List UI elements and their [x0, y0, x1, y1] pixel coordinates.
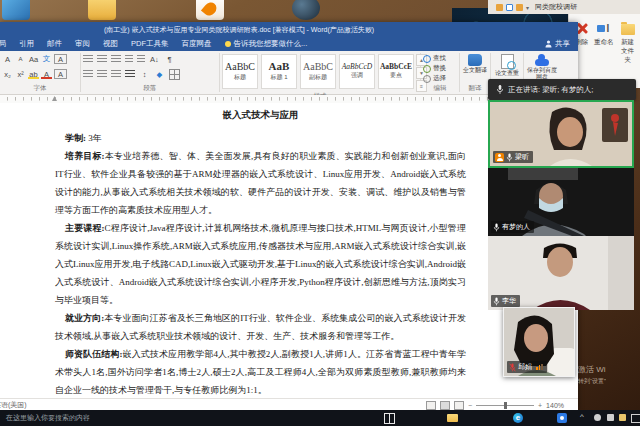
- decrease-indent-icon[interactable]: [125, 55, 133, 63]
- tray-display-icon[interactable]: [631, 414, 640, 423]
- paragraph-text: 本专业面向江苏省及长三角地区的IT行业、软件企业、系统集成公司的嵌入式系统设计开…: [55, 313, 466, 341]
- meeting-app-icon[interactable]: [557, 413, 567, 423]
- word-titlebar[interactable]: (南工业) 嵌入式技术与应用专业同类院校调研附表.doc [兼容模式] - Wo…: [0, 22, 578, 37]
- read-mode-icon[interactable]: [426, 401, 436, 410]
- save-to-baidu-button[interactable]: 保存到百度网盘: [526, 54, 558, 81]
- style-card-title[interactable]: AaBbC 标题: [222, 54, 258, 89]
- shading-icon[interactable]: ◆: [154, 69, 165, 79]
- share-button[interactable]: 共享: [545, 39, 570, 49]
- paragraph-label: 主要课程:: [65, 223, 105, 233]
- align-right-icon[interactable]: [111, 70, 121, 78]
- checkbox-icon[interactable]: [506, 4, 513, 11]
- find-button[interactable]: 查找: [423, 54, 457, 63]
- bullet-list-icon[interactable]: [83, 55, 93, 63]
- line-spacing-icon[interactable]: ↕: [139, 69, 150, 79]
- paragraph-duration: 学制: 3年: [55, 129, 466, 147]
- participant-tile-2[interactable]: 有梦的人: [488, 168, 634, 236]
- participant-tile-1[interactable]: 梁昕: [488, 100, 634, 168]
- zoom-slider-thumb[interactable]: [504, 402, 507, 409]
- translate-button[interactable]: 全文翻译: [462, 54, 488, 74]
- speaking-toast: 正在讲话: 梁昕; 有梦的人;: [488, 79, 636, 100]
- justify-icon[interactable]: [125, 70, 135, 78]
- task-view-icon[interactable]: [384, 413, 395, 424]
- multilevel-list-icon[interactable]: [111, 55, 121, 63]
- paragraph-text: C程序设计,Java程序设计,计算机网络技术,微机原理与接口技术,HTML与网页…: [55, 223, 466, 305]
- show-marks-icon[interactable]: ¶: [164, 54, 175, 64]
- web-layout-icon[interactable]: [454, 401, 464, 410]
- style-card-emphasis[interactable]: AaBbCcD 强调: [339, 54, 375, 89]
- tab-review[interactable]: 审阅: [75, 39, 90, 49]
- tray-chevron-icon[interactable]: ^: [580, 412, 584, 421]
- file-explorer-icon[interactable]: [447, 414, 458, 422]
- tab-view[interactable]: 视图: [103, 39, 118, 49]
- tray-app-icon[interactable]: [607, 414, 614, 421]
- shrink-font-icon[interactable]: A: [15, 54, 26, 64]
- style-card-heading1[interactable]: AaB 标题 1: [261, 54, 297, 89]
- tray-folder-icon[interactable]: [619, 414, 626, 421]
- style-preview: AaBbCcE: [380, 63, 412, 71]
- desktop-icon-folder[interactable]: [88, 0, 116, 20]
- sort-icon[interactable]: A↓: [149, 54, 160, 64]
- speaking-toast-text: 正在讲话: 梁昕; 有梦的人;: [508, 85, 593, 95]
- tab-pdf-tools[interactable]: PDF工具集: [131, 39, 169, 49]
- tab-mailings[interactable]: 邮件: [47, 39, 62, 49]
- style-name: 标题 1: [270, 73, 287, 82]
- chevron-down-icon[interactable]: ▾: [526, 4, 529, 11]
- explorer-titlebar[interactable]: ▾ 同类院校调研: [488, 0, 640, 14]
- character-border-icon[interactable]: A: [54, 54, 67, 64]
- borders-icon[interactable]: [169, 69, 180, 80]
- replace-button[interactable]: 替换: [423, 64, 457, 73]
- tell-me-box[interactable]: 告诉我您想要做什么...: [225, 39, 308, 49]
- increase-indent-icon[interactable]: [137, 55, 145, 63]
- grow-font-icon[interactable]: A: [2, 54, 13, 64]
- numbered-list-icon[interactable]: [97, 55, 107, 63]
- paper-check-label: 论文查重: [495, 70, 519, 77]
- translate-group-label: 翻译: [462, 84, 488, 93]
- tab-layout[interactable]: 布局: [0, 39, 6, 49]
- zoom-in-button[interactable]: +: [538, 402, 542, 409]
- tab-references[interactable]: 引用: [19, 39, 34, 49]
- font-color-icon[interactable]: A: [41, 69, 52, 79]
- document-title: 嵌入式技术与应用: [55, 109, 466, 122]
- share-label: 共享: [555, 39, 570, 49]
- quick-access-icon[interactable]: [496, 4, 503, 11]
- tab-baidu-pan[interactable]: 百度网盘: [182, 39, 212, 49]
- styles-group: AaBbC 标题 AaB 标题 1 AaBbC 副标题 AaBbCcD: [220, 51, 420, 94]
- select-button[interactable]: 选择: [423, 74, 457, 83]
- select-icon: [423, 75, 431, 83]
- participant-name: 有梦的人: [502, 222, 530, 232]
- zoom-out-button[interactable]: −: [468, 402, 472, 409]
- paper-check-button[interactable]: 论文查重: [493, 54, 521, 77]
- rename-icon: I: [597, 22, 610, 35]
- explorer-window-title: 同类院校调研: [535, 2, 577, 12]
- participant-tile-4[interactable]: 邱娟: [503, 307, 575, 377]
- quick-access-icon[interactable]: [516, 4, 523, 11]
- subscript-icon[interactable]: x₂: [2, 69, 13, 79]
- replace-label: 替换: [433, 64, 446, 73]
- paragraph-main-courses: 主要课程:C程序设计,Java程序设计,计算机网络技术,微机原理与接口技术,HT…: [55, 219, 466, 309]
- taskbar-search-box[interactable]: 在这里输入你要搜索的内容: [6, 413, 90, 423]
- phonetic-guide-icon[interactable]: 文: [41, 54, 52, 64]
- align-center-icon[interactable]: [97, 70, 107, 78]
- align-left-icon[interactable]: [83, 70, 93, 78]
- print-layout-icon[interactable]: [440, 401, 450, 410]
- zoom-slider[interactable]: [476, 405, 534, 406]
- language-indicator[interactable]: 英语(美国): [0, 400, 27, 410]
- superscript-icon[interactable]: x²: [15, 69, 26, 79]
- person-icon: [545, 40, 552, 48]
- character-shading-icon[interactable]: A: [54, 69, 67, 79]
- zoom-level[interactable]: 140%: [546, 402, 564, 409]
- style-name: 要点: [390, 71, 402, 80]
- tray-cloud-icon[interactable]: [594, 414, 601, 421]
- desktop-icon-globe-app[interactable]: [292, 0, 320, 20]
- edge-icon[interactable]: e: [513, 413, 523, 423]
- style-card-keypoint[interactable]: AaBbCcE 要点: [378, 54, 414, 89]
- style-preview: AaB: [269, 61, 290, 72]
- change-case-icon[interactable]: Aa: [28, 54, 39, 64]
- style-card-subtitle[interactable]: AaBbC 副标题: [300, 54, 336, 89]
- indent-marker[interactable]: [52, 96, 57, 101]
- desktop-icon-security-app[interactable]: [196, 0, 224, 20]
- highlight-color-icon[interactable]: ab: [28, 69, 39, 79]
- desktop-icon-blue-app[interactable]: [2, 0, 30, 20]
- participant-tile-3[interactable]: 李华: [488, 236, 634, 310]
